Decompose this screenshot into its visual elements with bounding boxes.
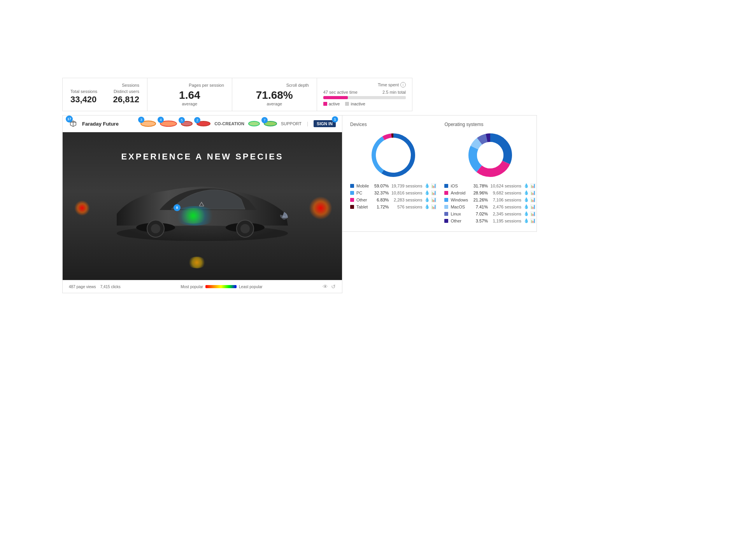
svg-point-6 <box>151 224 160 233</box>
sessions-section: Sessions Total sessions Distinct users 3… <box>63 78 147 111</box>
device-pc-row: PC 32.37% 10,816 sessions 💧 📊 <box>350 190 437 195</box>
info-icon[interactable]: i <box>400 82 406 88</box>
os-other-icon1[interactable]: 💧 <box>524 218 529 223</box>
pages-per-session-section: Pages per session 1.64 average <box>147 78 232 111</box>
nav-item-3: 3 <box>140 121 156 127</box>
tablet-pct: 1.72% <box>371 205 389 209</box>
heatmap-nav: 17 Faraday Future 3 <box>63 116 342 132</box>
linux-color <box>444 212 448 216</box>
os-section: Operating systems <box>444 122 536 225</box>
other-sessions: 2,283 sessions <box>391 198 422 202</box>
os-other-icons: 💧 📊 <box>524 218 536 223</box>
heatmap-title: EXPERIENCE A NEW SPECIES <box>121 152 283 162</box>
tablet-sessions: 576 sessions <box>391 205 422 209</box>
nav-signin[interactable]: 1 SIGN IN <box>314 120 336 127</box>
other-color <box>350 198 354 202</box>
windows-icon2[interactable]: 📊 <box>530 197 536 202</box>
scale-gradient <box>205 285 237 288</box>
time-bar-active <box>323 96 348 99</box>
mobile-icon2[interactable]: 📊 <box>431 183 437 188</box>
time-spent-section: Time spent i 47 sec active time 2.5 min … <box>317 78 412 111</box>
other-pct: 6.83% <box>371 198 389 202</box>
android-icons: 💧 📊 <box>524 190 536 195</box>
os-donut <box>444 132 536 178</box>
os-windows-row: Windows 21.26% 7,106 sessions 💧 📊 <box>444 197 536 202</box>
footer-icons: 👁 ↺ <box>323 284 336 290</box>
nav-support[interactable]: SUPPORT <box>281 121 302 126</box>
total-sessions-value: 33,420 <box>70 94 96 105</box>
linux-icon2[interactable]: 📊 <box>530 211 536 216</box>
time-legend: active inactive <box>323 102 406 106</box>
windows-color <box>444 198 448 202</box>
charts-row: Devices <box>350 122 529 225</box>
pc-name: PC <box>356 191 369 195</box>
os-other-pct: 3.57% <box>470 219 488 223</box>
pc-icon2[interactable]: 📊 <box>431 190 437 195</box>
nav-item-5: 5 <box>181 121 193 126</box>
other-name: Other <box>356 198 369 202</box>
mobile-pct: 59.07% <box>371 184 389 188</box>
macos-icon2[interactable]: 📊 <box>530 204 536 209</box>
active-dot <box>323 102 327 106</box>
macos-icon1[interactable]: 💧 <box>524 204 529 209</box>
sessions-label: Sessions <box>70 83 139 88</box>
nav-item-lp <box>248 121 260 126</box>
scroll-depth-sub: average <box>240 102 309 106</box>
os-other-icon2[interactable]: 📊 <box>530 218 536 223</box>
eye-icon[interactable]: 👁 <box>323 284 328 290</box>
refresh-icon[interactable]: ↺ <box>331 284 336 290</box>
nav-cocreation[interactable]: CO-CREATION <box>214 121 244 126</box>
pc-icon1[interactable]: 💧 <box>424 190 430 195</box>
ios-name: iOS <box>451 184 468 188</box>
android-icon2[interactable]: 📊 <box>530 190 536 195</box>
macos-pct: 7.41% <box>470 205 488 209</box>
tablet-icon1[interactable]: 💧 <box>424 204 430 209</box>
other-icon2[interactable]: 📊 <box>431 197 437 202</box>
distinct-users-value: 26,812 <box>113 94 139 105</box>
nav-item-4: 4 <box>160 121 177 127</box>
tablet-icon2[interactable]: 📊 <box>431 204 437 209</box>
linux-name: Linux <box>451 212 468 216</box>
os-other-color <box>444 219 448 223</box>
heatmap-footer: 487 page views 7,415 clicks Most popular… <box>63 280 342 293</box>
os-title: Operating systems <box>444 122 536 127</box>
heatmap-image: EXPERIENCE A NEW SPECIES 8 <box>63 132 342 280</box>
windows-sessions: 7,106 sessions <box>490 198 521 202</box>
ios-icon1[interactable]: 💧 <box>524 183 529 188</box>
tablet-icons: 💧 📊 <box>424 204 437 209</box>
pages-per-session-label: Pages per session <box>155 83 224 88</box>
other-icon1[interactable]: 💧 <box>424 197 430 202</box>
nav-item-s1: 2 <box>196 121 210 126</box>
linux-icon1[interactable]: 💧 <box>524 211 529 216</box>
macos-sessions: 2,476 sessions <box>490 205 521 209</box>
car-silhouette <box>109 171 296 249</box>
badge-17: 17 <box>66 116 73 122</box>
linux-pct: 7.02% <box>470 212 488 216</box>
macos-name: MacOS <box>451 205 468 209</box>
pages-per-session-value: 1.64 <box>155 89 224 102</box>
svg-point-8 <box>240 224 250 233</box>
ios-icon2[interactable]: 📊 <box>530 183 536 188</box>
os-other-sessions: 1,195 sessions <box>490 219 521 223</box>
pc-sessions: 10,816 sessions <box>391 191 422 195</box>
macos-color <box>444 205 448 209</box>
active-time-label: 47 sec active time <box>323 90 358 94</box>
windows-name: Windows <box>451 198 468 202</box>
android-icon1[interactable]: 💧 <box>524 190 529 195</box>
badge-8: 8 <box>174 204 181 211</box>
devices-legend: Mobile 59.07% 19,739 sessions 💧 📊 PC 32 <box>350 183 437 209</box>
nav-item-7: 7 <box>264 121 277 126</box>
windows-pct: 21.26% <box>470 198 488 202</box>
svg-point-14 <box>380 142 407 168</box>
mobile-icon1[interactable]: 💧 <box>424 183 430 188</box>
time-spent-label: Time spent <box>378 82 399 87</box>
os-other-name: Other <box>451 219 468 223</box>
nav-separator: | <box>307 121 308 126</box>
active-label: active <box>329 102 340 106</box>
devices-title: Devices <box>350 122 437 127</box>
tablet-color <box>350 205 354 209</box>
other-icons: 💧 📊 <box>424 197 437 202</box>
metrics-bar: Sessions Total sessions Distinct users 3… <box>62 78 412 111</box>
windows-icon1[interactable]: 💧 <box>524 197 529 202</box>
pc-icons: 💧 📊 <box>424 190 437 195</box>
